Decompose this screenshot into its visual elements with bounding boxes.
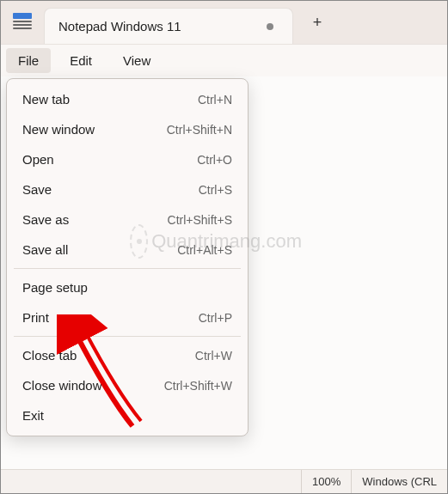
menu-item-exit[interactable]: Exit xyxy=(7,400,248,430)
menu-item-new-window[interactable]: New window Ctrl+Shift+N xyxy=(7,114,248,144)
menu-item-label: Close tab xyxy=(22,348,195,363)
menu-item-label: New window xyxy=(22,122,167,137)
menu-item-save-as[interactable]: Save as Ctrl+Shift+S xyxy=(7,204,248,235)
unsaved-indicator-icon xyxy=(267,23,273,30)
titlebar: Notepad Windows 11 + xyxy=(1,1,447,44)
tab-title: Notepad Windows 11 xyxy=(58,19,267,34)
menubar: File Edit View xyxy=(1,44,447,76)
menu-item-label: Save xyxy=(22,182,199,197)
menu-item-label: Close window xyxy=(22,378,164,393)
menu-item-shortcut: Ctrl+W xyxy=(195,349,232,363)
menu-view[interactable]: View xyxy=(111,48,163,73)
menu-edit[interactable]: Edit xyxy=(58,48,104,73)
status-eol: Windows (CRL xyxy=(351,470,447,493)
document-tab[interactable]: Notepad Windows 11 xyxy=(44,8,293,44)
menu-item-label: Save as xyxy=(22,212,168,227)
statusbar: 100% Windows (CRL xyxy=(1,469,447,493)
new-tab-button[interactable]: + xyxy=(302,7,333,38)
menu-item-label: New tab xyxy=(22,92,198,107)
notepad-app-icon xyxy=(13,13,32,32)
menu-item-new-tab[interactable]: New tab Ctrl+N xyxy=(7,84,248,114)
menu-item-shortcut: Ctrl+Alt+S xyxy=(177,243,232,257)
menu-item-save[interactable]: Save Ctrl+S xyxy=(7,174,248,204)
menu-item-shortcut: Ctrl+O xyxy=(197,153,232,167)
menu-item-label: Page setup xyxy=(22,280,232,295)
menu-item-label: Open xyxy=(22,152,197,167)
menu-item-close-tab[interactable]: Close tab Ctrl+W xyxy=(7,340,248,370)
menu-item-save-all[interactable]: Save all Ctrl+Alt+S xyxy=(7,235,248,265)
menu-item-shortcut: Ctrl+N xyxy=(198,93,232,107)
menu-item-page-setup[interactable]: Page setup xyxy=(7,272,248,302)
menu-item-shortcut: Ctrl+Shift+W xyxy=(164,379,232,393)
menu-separator xyxy=(14,336,241,337)
menu-item-label: Print xyxy=(22,310,199,325)
status-zoom[interactable]: 100% xyxy=(301,470,351,493)
menu-item-open[interactable]: Open Ctrl+O xyxy=(7,144,248,174)
menu-item-shortcut: Ctrl+S xyxy=(199,183,232,197)
menu-separator xyxy=(14,268,241,269)
menu-item-shortcut: Ctrl+Shift+N xyxy=(167,123,232,137)
file-menu-dropdown: New tab Ctrl+N New window Ctrl+Shift+N O… xyxy=(6,78,249,436)
menu-item-close-window[interactable]: Close window Ctrl+Shift+W xyxy=(7,370,248,400)
menu-item-shortcut: Ctrl+P xyxy=(199,311,232,325)
menu-item-label: Save all xyxy=(22,242,177,257)
menu-item-shortcut: Ctrl+Shift+S xyxy=(168,213,232,227)
menu-item-label: Exit xyxy=(22,408,232,423)
menu-file[interactable]: File xyxy=(6,48,51,73)
menu-item-print[interactable]: Print Ctrl+P xyxy=(7,302,248,332)
